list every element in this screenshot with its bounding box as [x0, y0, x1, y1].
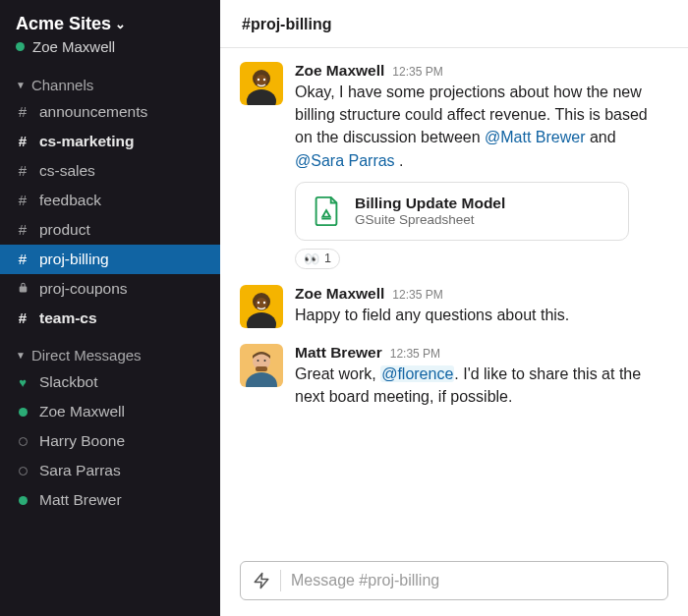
message-body: Zoe Maxwell12:35 PMOkay, I have some pro…: [295, 62, 668, 269]
channel-label: proj-coupons: [39, 277, 128, 301]
message-text: Great work, @florence. I'd like to share…: [295, 363, 668, 408]
message-timestamp: 12:35 PM: [392, 65, 442, 79]
current-user[interactable]: Zoe Maxwell: [16, 38, 204, 55]
dm-label: Sara Parras: [39, 459, 121, 482]
message-list: Zoe Maxwell12:35 PMOkay, I have some pro…: [220, 48, 688, 553]
message: Zoe Maxwell12:35 PMOkay, I have some pro…: [240, 62, 668, 269]
svg-point-19: [264, 360, 266, 362]
sidebar-channel-proj-coupons[interactable]: proj-coupons: [0, 274, 220, 304]
message-header: Zoe Maxwell12:35 PM: [295, 285, 668, 303]
current-user-name: Zoe Maxwell: [32, 38, 115, 55]
mention[interactable]: @florence: [380, 365, 454, 382]
svg-marker-6: [322, 210, 330, 217]
sidebar-dm-matt-brewer[interactable]: Matt Brewer: [0, 485, 220, 515]
hash-icon: #: [16, 159, 29, 182]
message-composer[interactable]: [240, 561, 668, 600]
reaction-emoji: 👀: [304, 252, 319, 266]
avatar[interactable]: [240, 62, 283, 105]
channel-label: announcements: [39, 100, 147, 124]
hash-icon: #: [16, 248, 29, 270]
lock-icon: [16, 277, 29, 300]
sidebar-dm-harry-boone[interactable]: Harry Boone: [0, 426, 220, 456]
sidebar-channel-team-cs[interactable]: #team-cs: [0, 304, 220, 333]
svg-rect-17: [256, 366, 267, 371]
svg-point-5: [263, 79, 265, 81]
dm-label: Zoe Maxwell: [39, 400, 125, 423]
channel-label: proj-billing: [39, 248, 109, 271]
message-body: Matt Brewer12:35 PMGreat work, @florence…: [295, 344, 668, 408]
main-pane: #proj-billing Zoe Maxwell12:35 PMOkay, I…: [220, 0, 688, 616]
composer-area: [220, 553, 688, 616]
message: Matt Brewer12:35 PMGreat work, @florence…: [240, 344, 668, 408]
reaction[interactable]: 👀1: [295, 249, 340, 269]
message-body: Zoe Maxwell12:35 PMHappy to field any qu…: [295, 285, 668, 328]
sidebar-channel-cs-sales[interactable]: #cs-sales: [0, 156, 220, 186]
mention[interactable]: @Matt Brewer: [485, 129, 585, 145]
heart-icon: ♥: [16, 370, 29, 394]
channel-label: cs-marketing: [39, 130, 134, 153]
message-author[interactable]: Zoe Maxwell: [295, 285, 384, 303]
svg-point-2: [256, 75, 267, 86]
message-text: Okay, I have some projections about how …: [295, 81, 668, 172]
hash-icon: #: [16, 100, 29, 123]
presence-offline-icon: [16, 459, 29, 482]
sidebar-dm-zoe-maxwell[interactable]: Zoe Maxwell: [0, 397, 220, 426]
sidebar: Acme Sites ⌄ Zoe Maxwell ▼ Channels #ann…: [0, 0, 220, 616]
sidebar-channel-announcements[interactable]: #announcements: [0, 97, 220, 127]
message: Zoe Maxwell12:35 PMHappy to field any qu…: [240, 285, 668, 328]
gdrive-icon: [310, 195, 343, 228]
composer-divider: [280, 570, 281, 591]
attachment-subtitle: GSuite Spreadsheet: [355, 212, 505, 227]
svg-marker-20: [255, 574, 268, 588]
avatar[interactable]: [240, 344, 283, 387]
avatar[interactable]: [240, 285, 283, 328]
attachment-title: Billing Update Model: [355, 195, 505, 212]
presence-online-icon: [16, 488, 29, 512]
channel-label: product: [39, 218, 90, 242]
attachment[interactable]: Billing Update ModelGSuite Spreadsheet: [295, 182, 629, 241]
channels-section-header[interactable]: ▼ Channels: [0, 63, 220, 97]
message-timestamp: 12:35 PM: [392, 288, 442, 302]
message-header: Matt Brewer12:35 PM: [295, 344, 668, 362]
hash-icon: #: [16, 130, 29, 152]
channel-label: cs-sales: [39, 159, 95, 183]
sidebar-dm-slackbot[interactable]: ♥Slackbot: [0, 367, 220, 397]
message-author[interactable]: Zoe Maxwell: [295, 62, 384, 80]
channel-header[interactable]: #proj-billing: [220, 0, 688, 48]
channel-list: #announcements#cs-marketing#cs-sales#fee…: [0, 97, 220, 333]
channel-name: #proj-billing: [242, 16, 332, 32]
message-input[interactable]: [291, 572, 656, 589]
sidebar-channel-feedback[interactable]: #feedback: [0, 186, 220, 215]
message-header: Zoe Maxwell12:35 PM: [295, 62, 668, 80]
reaction-count: 1: [324, 252, 331, 265]
dms-label: Direct Messages: [31, 347, 142, 364]
mention[interactable]: @Sara Parras: [295, 152, 395, 169]
sidebar-channel-cs-marketing[interactable]: #cs-marketing: [0, 127, 220, 156]
reactions: 👀1: [295, 249, 668, 269]
sidebar-dm-sara-parras[interactable]: Sara Parras: [0, 456, 220, 485]
presence-online-icon: [16, 400, 29, 423]
message-timestamp: 12:35 PM: [390, 347, 440, 361]
channels-label: Channels: [31, 77, 93, 93]
dm-label: Slackbot: [39, 370, 97, 394]
shortcuts-icon[interactable]: [253, 572, 270, 589]
workspace-switcher[interactable]: Acme Sites ⌄: [16, 14, 204, 34]
message-text: Happy to field any questions about this.: [295, 304, 668, 326]
sidebar-channel-proj-billing[interactable]: #proj-billing: [0, 245, 220, 274]
dms-section-header[interactable]: ▼ Direct Messages: [0, 333, 220, 367]
presence-offline-icon: [16, 429, 29, 453]
hash-icon: #: [16, 307, 29, 329]
caret-down-icon: ▼: [16, 80, 26, 90]
caret-down-icon: ▼: [16, 350, 26, 361]
svg-point-10: [256, 298, 267, 309]
chevron-down-icon: ⌄: [115, 17, 126, 31]
channel-label: team-cs: [39, 307, 97, 330]
channel-label: feedback: [39, 189, 101, 212]
sidebar-channel-product[interactable]: #product: [0, 215, 220, 245]
workspace-header: Acme Sites ⌄ Zoe Maxwell: [0, 10, 220, 63]
workspace-name: Acme Sites: [16, 14, 111, 34]
dm-label: Matt Brewer: [39, 488, 122, 512]
svg-point-13: [263, 302, 265, 304]
hash-icon: #: [16, 218, 29, 241]
message-author[interactable]: Matt Brewer: [295, 344, 382, 362]
